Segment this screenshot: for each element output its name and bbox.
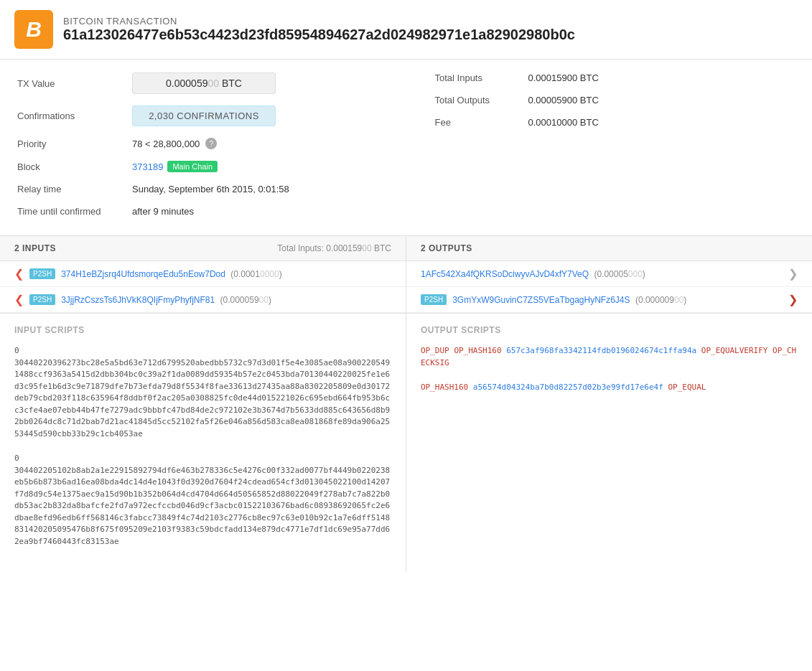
input-script-0: 0 30440220396273bc28e5a5bd63e712d6799520… [14, 345, 391, 440]
input-script-text-1: 304402205102b8ab2a1e22915892794df6e463b2… [14, 465, 391, 548]
left-info-panel: TX Value 0.00005900 BTC Confirmations 2,… [17, 72, 406, 228]
total-outputs-value: 0.00005900 BTC [528, 95, 599, 105]
output-row-0: 1AFc542Xa4fQKRSoDciwyvAJvD4xfY7VeQ (0.00… [406, 261, 812, 287]
confirmations-label: Confirmations [17, 111, 132, 121]
header-text: BITCOIN TRANSACTION 61a123026477e6b53c44… [63, 16, 575, 43]
transaction-id: 61a123026477e6b53c4423d23fd85954894627a2… [63, 27, 575, 43]
output-arrow-icon-1: ❯ [788, 293, 798, 306]
main-chain-badge: Main Chain [167, 161, 218, 172]
total-inputs-label: Total Inputs [435, 72, 528, 83]
inputs-title: 2 INPUTS [14, 243, 56, 253]
output-arrow-icon-0: ❯ [788, 267, 798, 281]
page-title: BITCOIN TRANSACTION [63, 16, 575, 27]
output-script-1: OP_HASH160 a56574d04324ba7b0d82257d02b3e… [421, 382, 798, 394]
block-row: Block 373189 Main Chain [17, 161, 378, 172]
tx-value-amount: 0.000059 [166, 78, 207, 89]
relay-time-label: Relay time [17, 184, 132, 194]
tx-value-unit: BTC [219, 78, 242, 89]
output-script-0: OP_DUP OP_HASH160 657c3af968fa3342114fdb… [421, 345, 798, 369]
input-arrow-icon-1: ❮ [14, 293, 24, 306]
total-inputs-value: 0.00015900 BTC [528, 72, 599, 83]
output-amount-0: (0.00005000) [592, 269, 645, 279]
inputs-header: 2 INPUTS Total Inputs: 0.00015900 BTC [0, 236, 406, 261]
time-confirmed-label: Time until confirmed [17, 206, 132, 217]
relay-time-value: Sunday, September 6th 2015, 0:01:58 [132, 184, 289, 194]
right-info-panel: Total Inputs 0.00015900 BTC Total Output… [406, 72, 795, 228]
input-row-0: ❮ P2SH 374H1eBZjsrq4UfdsmorqeEdu5nEow7Do… [0, 261, 406, 287]
fee-row: Fee 0.00010000 BTC [435, 117, 795, 128]
input-badge-0: P2SH [29, 268, 55, 279]
relay-time-row: Relay time Sunday, September 6th 2015, 0… [17, 184, 378, 194]
block-number-link[interactable]: 373189 [132, 161, 163, 172]
inputs-panel: 2 INPUTS Total Inputs: 0.00015900 BTC ❮ … [0, 236, 406, 313]
fee-label: Fee [435, 117, 528, 128]
output-amount-1: (0.00000900) [633, 295, 687, 305]
input-address-0[interactable]: 374H1eBZjsrq4UfdsmorqeEdu5nEow7Dod [61, 269, 225, 279]
priority-row: Priority 78 < 28,800,000 ? [17, 138, 378, 149]
total-inputs-row: Total Inputs 0.00015900 BTC [435, 72, 795, 83]
priority-help-icon[interactable]: ? [205, 138, 217, 149]
input-script-index-1: 0 [14, 453, 391, 465]
priority-value: 78 < 28,800,000 [132, 139, 200, 149]
output-badge-1: P2SH [421, 294, 447, 305]
input-script-index-0: 0 [14, 345, 391, 357]
fee-value: 0.00010000 BTC [528, 117, 599, 128]
main-info-section: TX Value 0.00005900 BTC Confirmations 2,… [0, 60, 812, 236]
btc-symbol: B [26, 17, 42, 42]
tx-value-label: TX Value [17, 78, 132, 89]
total-outputs-label: Total Outputs [435, 95, 528, 105]
output-script-text-0: OP_DUP OP_HASH160 657c3af968fa3342114fdb… [421, 345, 798, 369]
tx-value-row: TX Value 0.00005900 BTC [17, 72, 378, 94]
output-scripts-panel: OUTPUT SCRIPTS OP_DUP OP_HASH160 657c3af… [406, 314, 812, 572]
input-row-1: ❮ P2SH 3JjjRzCszsTs6JhVkK8QIjFmyPhyfjNF8… [0, 287, 406, 313]
outputs-title: 2 OUTPUTS [421, 243, 472, 253]
output-address-0[interactable]: 1AFc542Xa4fQKRSoDciwyvAJvD4xfY7VeQ [421, 269, 589, 279]
input-badge-1: P2SH [29, 294, 55, 305]
priority-label: Priority [17, 139, 132, 149]
input-amount-1: (0.00005900) [218, 295, 271, 305]
total-outputs-row: Total Outputs 0.00005900 BTC [435, 95, 795, 105]
tx-value-zeros: 00 [207, 78, 219, 89]
input-script-text-0: 30440220396273bc28e5a5bd63e712d6799520ab… [14, 357, 391, 441]
input-amount-0: (0.00010000) [228, 269, 282, 279]
output-row-1: P2SH 3GmYxW9GuvinC7ZS5VEaTbgagHyNFz6J4S … [406, 287, 812, 313]
outputs-panel: 2 OUTPUTS 1AFc542Xa4fQKRSoDciwyvAJvD4xfY… [406, 236, 812, 313]
tx-value-box: 0.00005900 BTC [132, 72, 276, 94]
input-scripts-title: INPUT SCRIPTS [14, 325, 391, 335]
input-scripts-panel: INPUT SCRIPTS 0 30440220396273bc28e5a5bd… [0, 314, 406, 572]
outputs-header: 2 OUTPUTS [406, 236, 812, 261]
output-address-1[interactable]: 3GmYxW9GuvinC7ZS5VEaTbgagHyNFz6J4S [452, 295, 630, 305]
page-header: B BITCOIN TRANSACTION 61a123026477e6b53c… [0, 0, 812, 60]
time-confirmed-value: after 9 minutes [132, 206, 194, 217]
input-script-1: 0 304402205102b8ab2a1e22915892794df6e463… [14, 453, 391, 548]
output-scripts-title: OUTPUT SCRIPTS [421, 325, 798, 335]
io-section: 2 INPUTS Total Inputs: 0.00015900 BTC ❮ … [0, 236, 812, 314]
inputs-total: Total Inputs: 0.00015900 BTC [277, 243, 391, 253]
input-arrow-icon-0: ❮ [14, 267, 24, 281]
input-address-1[interactable]: 3JjjRzCszsTs6JhVkK8QIjFmyPhyfjNF81 [61, 295, 215, 305]
confirmations-box: 2,030 CONFIRMATIONS [132, 105, 276, 126]
block-label: Block [17, 161, 132, 172]
bitcoin-logo: B [14, 10, 53, 49]
scripts-section: INPUT SCRIPTS 0 30440220396273bc28e5a5bd… [0, 314, 812, 572]
output-script-text-1: OP_HASH160 a56574d04324ba7b0d82257d02b3e… [421, 382, 798, 394]
confirmations-row: Confirmations 2,030 CONFIRMATIONS [17, 105, 378, 126]
time-confirmed-row: Time until confirmed after 9 minutes [17, 206, 378, 217]
